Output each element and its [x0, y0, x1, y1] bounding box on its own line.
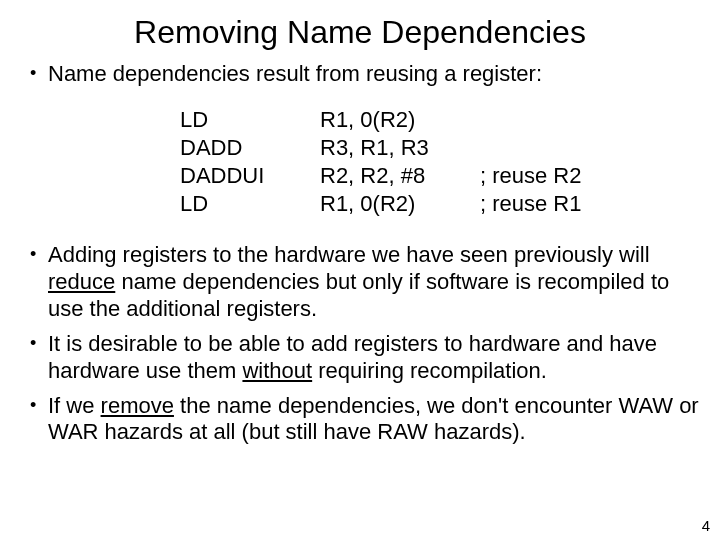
- text-span: If we: [48, 393, 101, 418]
- text-span: name dependencies but only if software i…: [48, 269, 669, 321]
- bullet-item: • It is desirable to be able to add regi…: [30, 331, 700, 385]
- text-underline: reduce: [48, 269, 115, 294]
- code-op: DADDUI: [180, 162, 320, 190]
- code-cmt: ; reuse R2: [480, 162, 700, 190]
- code-row: LD R1, 0(R2) ; reuse R1: [180, 190, 700, 218]
- code-op: LD: [180, 190, 320, 218]
- page-number: 4: [702, 517, 710, 534]
- text-underline: remove: [101, 393, 174, 418]
- code-cmt: ; reuse R1: [480, 190, 700, 218]
- code-block: LD R1, 0(R2) DADD R3, R1, R3 DADDUI R2, …: [180, 106, 700, 219]
- bullet-dot: •: [30, 242, 48, 322]
- slide: Removing Name Dependencies • Name depend…: [0, 0, 720, 540]
- code-op: DADD: [180, 134, 320, 162]
- bullet-text: If we remove the name dependencies, we d…: [48, 393, 700, 447]
- code-op: LD: [180, 106, 320, 134]
- bullet-dot: •: [30, 393, 48, 447]
- bullet-list: • Name dependencies result from reusing …: [0, 61, 720, 446]
- bullet-item: • If we remove the name dependencies, we…: [30, 393, 700, 447]
- code-row: DADD R3, R1, R3: [180, 134, 700, 162]
- bullet-text: Adding registers to the hardware we have…: [48, 242, 700, 322]
- code-args: R1, 0(R2): [320, 106, 480, 134]
- bullet-dot: •: [30, 331, 48, 385]
- code-cmt: [480, 106, 700, 134]
- code-args: R2, R2, #8: [320, 162, 480, 190]
- bullet-dot: •: [30, 61, 48, 88]
- code-args: R3, R1, R3: [320, 134, 480, 162]
- bullet-text: Name dependencies result from reusing a …: [48, 61, 700, 88]
- text-span: requiring recompilation.: [312, 358, 547, 383]
- slide-title: Removing Name Dependencies: [0, 0, 720, 61]
- code-args: R1, 0(R2): [320, 190, 480, 218]
- text-underline: without: [242, 358, 312, 383]
- code-cmt: [480, 134, 700, 162]
- bullet-text: It is desirable to be able to add regist…: [48, 331, 700, 385]
- code-row: DADDUI R2, R2, #8 ; reuse R2: [180, 162, 700, 190]
- bullet-item: • Adding registers to the hardware we ha…: [30, 242, 700, 322]
- text-span: Adding registers to the hardware we have…: [48, 242, 650, 267]
- code-row: LD R1, 0(R2): [180, 106, 700, 134]
- bullet-item: • Name dependencies result from reusing …: [30, 61, 700, 88]
